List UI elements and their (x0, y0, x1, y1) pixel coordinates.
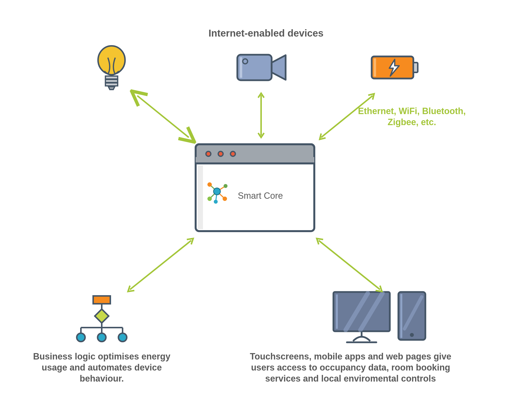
svg-rect-31 (95, 309, 109, 323)
svg-rect-9 (374, 58, 376, 77)
diagram-canvas: Internet-enabled devices Ethernet, WiFi,… (0, 0, 532, 411)
svg-rect-4 (237, 55, 272, 80)
svg-point-15 (218, 151, 223, 156)
svg-point-49 (410, 333, 414, 337)
smart-core-window-icon (194, 142, 316, 233)
svg-rect-3 (105, 83, 118, 86)
flowchart-icon (74, 294, 130, 344)
svg-rect-41 (336, 294, 338, 329)
svg-point-39 (118, 333, 127, 342)
svg-rect-17 (198, 165, 203, 229)
svg-point-16 (230, 151, 235, 156)
arrow-to-lightbulb (132, 91, 194, 142)
svg-point-14 (206, 151, 211, 156)
svg-point-26 (207, 197, 212, 201)
svg-rect-8 (413, 63, 418, 72)
user-interfaces-caption: Touchscreens, mobile apps and web pages … (240, 351, 461, 384)
battery-icon (370, 54, 419, 81)
svg-rect-47 (400, 294, 402, 338)
svg-rect-29 (93, 296, 110, 304)
svg-line-54 (319, 240, 380, 290)
monitor-phone-icon (331, 290, 429, 346)
lightbulb-icon (91, 43, 132, 92)
svg-line-52 (321, 96, 373, 137)
svg-point-0 (98, 46, 125, 74)
svg-point-24 (207, 182, 212, 187)
camera-icon (235, 50, 289, 85)
svg-point-37 (77, 333, 85, 342)
heading-devices: Internet-enabled devices (180, 27, 352, 39)
svg-point-38 (98, 333, 106, 342)
svg-point-28 (214, 200, 218, 204)
svg-point-25 (224, 184, 228, 188)
svg-line-50 (137, 96, 189, 137)
svg-point-23 (214, 188, 220, 195)
svg-point-27 (223, 197, 227, 201)
svg-rect-2 (105, 80, 118, 82)
svg-rect-1 (105, 76, 118, 79)
business-logic-caption: Business logic optimises energy usage an… (28, 351, 175, 384)
svg-rect-5 (240, 57, 242, 78)
arrow-to-camera (256, 91, 266, 140)
smart-core-label: Smart Core (238, 191, 283, 201)
arrow-to-flowchart (125, 236, 196, 294)
arrow-to-monitor (314, 236, 385, 294)
arrow-to-battery (316, 91, 378, 142)
svg-line-53 (130, 240, 191, 290)
